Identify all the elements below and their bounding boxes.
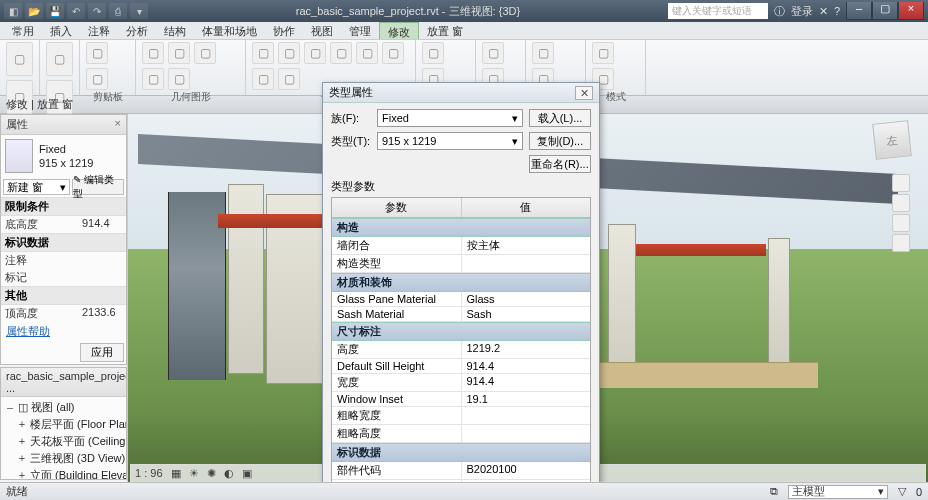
param-value[interactable]: Sash xyxy=(462,307,591,321)
infocenter-icon[interactable]: ⓘ xyxy=(774,4,785,19)
ribbon-tool-icon[interactable]: ▢ xyxy=(6,42,33,76)
visual-style-icon[interactable]: ☀ xyxy=(189,467,199,480)
sign-in-button[interactable]: 登录 xyxy=(791,4,813,19)
open-icon[interactable]: 📂 xyxy=(25,3,43,19)
properties-help-link[interactable]: 属性帮助 xyxy=(1,322,126,341)
ribbon-tool-icon[interactable]: ▢ xyxy=(86,42,108,64)
ribbon-tool-icon[interactable]: ▢ xyxy=(252,68,274,90)
ribbon-tool-icon[interactable]: ▢ xyxy=(142,42,164,64)
param-group-header[interactable]: 材质和装饰 xyxy=(332,273,590,292)
save-icon[interactable]: 💾 xyxy=(46,3,64,19)
param-value[interactable]: Glass xyxy=(462,292,591,306)
ribbon-tab[interactable]: 体量和场地 xyxy=(194,22,265,39)
param-row[interactable]: Window Inset19.1 xyxy=(332,392,590,407)
filter-icon[interactable]: ▽ xyxy=(898,485,906,498)
ribbon-tab[interactable]: 常用 xyxy=(4,22,42,39)
pan-icon[interactable] xyxy=(892,194,910,212)
crop-icon[interactable]: ▣ xyxy=(242,467,252,480)
param-row[interactable]: Default Sill Height914.4 xyxy=(332,359,590,374)
ribbon-tab[interactable]: 注释 xyxy=(80,22,118,39)
ribbon-tab[interactable]: 放置 窗 xyxy=(419,22,471,39)
expand-icon[interactable]: + xyxy=(17,418,27,430)
param-value[interactable]: B2020100 xyxy=(462,462,591,479)
tree-node[interactable]: + 楼层平面 (Floor Plan) xyxy=(5,416,122,433)
param-group-header[interactable]: 构造 xyxy=(332,218,590,237)
param-value[interactable] xyxy=(462,425,591,442)
ribbon-tool-icon[interactable]: ▢ xyxy=(168,68,190,90)
expand-icon[interactable]: – xyxy=(5,401,15,413)
expand-icon[interactable]: + xyxy=(17,469,27,480)
property-row[interactable]: 注释 xyxy=(1,252,126,269)
ribbon-tab[interactable]: 修改 xyxy=(379,22,419,39)
param-row[interactable]: 宽度914.4 xyxy=(332,374,590,392)
ribbon-tool-icon[interactable]: ▢ xyxy=(592,42,614,64)
type-combo[interactable]: 915 x 1219▾ xyxy=(377,132,523,150)
ribbon-tab[interactable]: 视图 xyxy=(303,22,341,39)
ribbon-tool-icon[interactable]: ▢ xyxy=(168,42,190,64)
detail-level-icon[interactable]: ▦ xyxy=(171,467,181,480)
param-row[interactable]: Glass Pane MaterialGlass xyxy=(332,292,590,307)
duplicate-button[interactable]: 复制(D)... xyxy=(529,132,591,150)
ribbon-tab[interactable]: 结构 xyxy=(156,22,194,39)
ribbon-tab[interactable]: 插入 xyxy=(42,22,80,39)
instance-filter-combo[interactable]: 新建 窗▾ xyxy=(3,179,70,195)
ribbon-tool-icon[interactable]: ▢ xyxy=(194,42,216,64)
sun-path-icon[interactable]: ✺ xyxy=(207,467,216,480)
ribbon-tool-icon[interactable]: ▢ xyxy=(304,42,326,64)
ribbon-tab[interactable]: 管理 xyxy=(341,22,379,39)
project-browser-tree[interactable]: – ◫ 视图 (all)+ 楼层平面 (Floor Plan)+ 天花板平面 (… xyxy=(1,397,126,480)
zoom-icon[interactable] xyxy=(892,214,910,232)
param-value[interactable]: 914.4 xyxy=(462,374,591,391)
property-row[interactable]: 标记 xyxy=(1,269,126,286)
param-value[interactable] xyxy=(462,407,591,424)
redo-icon[interactable]: ↷ xyxy=(88,3,106,19)
close-button[interactable]: × xyxy=(898,2,924,20)
minimize-button[interactable]: – xyxy=(846,2,872,20)
view-scale[interactable]: 1 : 96 xyxy=(135,467,163,479)
properties-apply-button[interactable]: 应用 xyxy=(80,343,124,362)
param-value[interactable] xyxy=(462,255,591,272)
param-row[interactable]: 粗略高度 xyxy=(332,425,590,443)
ribbon-tool-icon[interactable]: ▢ xyxy=(382,42,404,64)
param-value[interactable]: 19.1 xyxy=(462,392,591,406)
tree-node[interactable]: + 三维视图 (3D View) xyxy=(5,450,122,467)
param-value[interactable]: 1219.2 xyxy=(462,341,591,358)
ribbon-tool-icon[interactable]: ▢ xyxy=(278,68,300,90)
ribbon-tab[interactable]: 分析 xyxy=(118,22,156,39)
expand-icon[interactable]: + xyxy=(17,452,27,464)
ribbon-tool-icon[interactable]: ▢ xyxy=(532,42,554,64)
param-value[interactable]: 914.4 xyxy=(462,359,591,373)
property-group[interactable]: 其他 xyxy=(1,286,126,305)
view-cube[interactable]: 左 xyxy=(872,120,912,160)
dialog-close-button[interactable]: ✕ xyxy=(575,86,593,100)
property-row[interactable]: 顶高度2133.6 xyxy=(1,305,126,322)
param-group-header[interactable]: 尺寸标注 xyxy=(332,322,590,341)
param-row[interactable]: 构造类型 xyxy=(332,255,590,273)
shadows-icon[interactable]: ◐ xyxy=(224,467,234,480)
app-menu-icon[interactable]: ◧ xyxy=(4,3,22,19)
qat-more-icon[interactable]: ▾ xyxy=(130,3,148,19)
param-row[interactable]: Sash MaterialSash xyxy=(332,307,590,322)
tree-node[interactable]: + 天花板平面 (Ceiling Plan) xyxy=(5,433,122,450)
rename-button[interactable]: 重命名(R)... xyxy=(529,155,591,173)
maximize-button[interactable]: ▢ xyxy=(872,2,898,20)
expand-icon[interactable]: + xyxy=(17,435,27,447)
param-row[interactable]: 粗略宽度 xyxy=(332,407,590,425)
properties-close-icon[interactable]: × xyxy=(115,117,121,132)
ribbon-tool-icon[interactable]: ▢ xyxy=(482,42,504,64)
help-search-input[interactable]: 键入关键字或短语 xyxy=(668,3,768,19)
ribbon-tool-icon[interactable]: ▢ xyxy=(142,68,164,90)
param-group-header[interactable]: 标识数据 xyxy=(332,443,590,462)
load-button[interactable]: 载入(L)... xyxy=(529,109,591,127)
type-selector[interactable]: Fixed 915 x 1219 xyxy=(1,135,126,177)
tree-node[interactable]: + 立面 (Building Elevation) xyxy=(5,467,122,480)
dialog-titlebar[interactable]: 类型属性 ✕ xyxy=(323,83,599,103)
exchange-icon[interactable]: ✕ xyxy=(819,5,828,18)
ribbon-tab[interactable]: 协作 xyxy=(265,22,303,39)
param-row[interactable]: 墙闭合按主体 xyxy=(332,237,590,255)
param-value[interactable]: 按主体 xyxy=(462,237,591,254)
property-group[interactable]: 标识数据 xyxy=(1,233,126,252)
ribbon-tool-icon[interactable]: ▢ xyxy=(46,42,73,76)
steering-wheel-icon[interactable] xyxy=(892,174,910,192)
property-row[interactable]: 底高度914.4 xyxy=(1,216,126,233)
